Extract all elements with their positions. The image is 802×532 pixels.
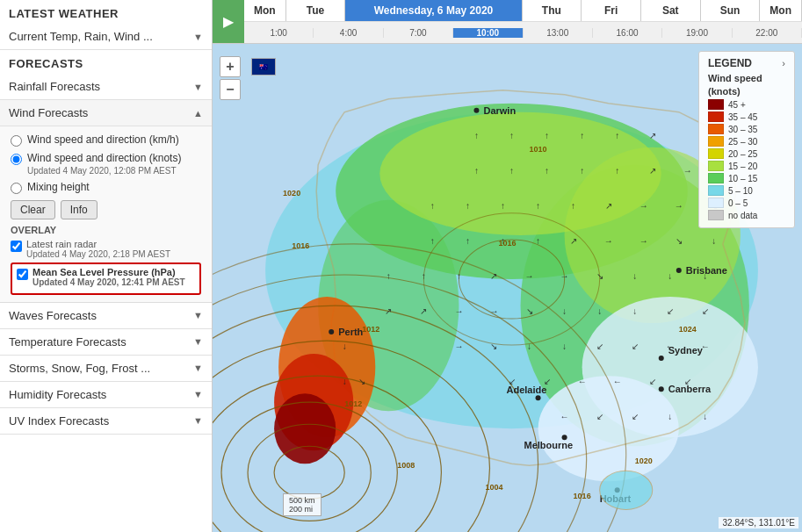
- svg-text:1020: 1020: [283, 189, 300, 198]
- svg-text:↑: ↑: [580, 166, 584, 176]
- legend-row: 20 – 25: [708, 148, 785, 159]
- wind-option-knots[interactable]: Wind speed and direction (knots) Updated…: [11, 152, 201, 177]
- zoom-in-button[interactable]: +: [220, 56, 241, 77]
- legend-entry-label: 45 +: [728, 100, 746, 110]
- svg-text:↑: ↑: [509, 131, 514, 140]
- svg-text:Brisbane: Brisbane: [686, 265, 727, 276]
- svg-text:↓: ↓: [632, 271, 637, 281]
- svg-text:↙: ↙: [596, 412, 603, 421]
- map-area[interactable]: ↑ ↑ ↑ ↑ ↑ ↗ ↑ ↑ ↑ ↑ ↑ ↗ → ↑ ↑ ↑ ↑ ↑ ↗: [213, 44, 802, 532]
- hour-13[interactable]: 13:00: [524, 28, 593, 38]
- svg-text:1016: 1016: [498, 239, 516, 248]
- svg-text:↑: ↑: [430, 236, 435, 246]
- wind-option-mixing[interactable]: Mixing height: [11, 181, 201, 195]
- day-sun[interactable]: Sun: [701, 0, 761, 21]
- svg-point-8: [538, 376, 679, 481]
- svg-text:↓: ↓: [562, 341, 567, 351]
- svg-text:↙: ↙: [632, 412, 639, 421]
- svg-text:↙: ↙: [649, 377, 656, 386]
- wind-mixing-radio[interactable]: [11, 183, 22, 194]
- legend-panel: LEGEND › Wind speed (knots) 45 +35 – 453…: [698, 51, 795, 228]
- day-fri[interactable]: Fri: [582, 0, 641, 21]
- latest-weather-title: LATEST WEATHER: [0, 0, 212, 24]
- svg-text:←: ←: [560, 412, 569, 421]
- waves-chevron: ▼: [193, 310, 203, 320]
- legend-entry-label: 25 – 30: [728, 137, 757, 147]
- mslp-checkbox[interactable]: [17, 269, 28, 280]
- current-temp-item[interactable]: Current Temp, Rain, Wind ... ▼: [0, 24, 212, 50]
- hour-1[interactable]: 1:00: [244, 28, 314, 38]
- wind-chevron: ▲: [193, 108, 203, 119]
- wind-kmh-radio[interactable]: [11, 135, 22, 147]
- legend-wind-title: Wind speed: [708, 73, 785, 83]
- sidebar-item-humidity[interactable]: Humidity Forecasts ▼: [0, 382, 212, 408]
- hour-10[interactable]: 10:00: [453, 28, 523, 38]
- forecasts-title: FORECASTS: [0, 50, 212, 74]
- hour-4[interactable]: 4:00: [314, 28, 383, 38]
- sidebar-item-rainfall[interactable]: Rainfall Forecasts ▼: [0, 74, 212, 100]
- svg-text:↘: ↘: [526, 306, 533, 316]
- play-button[interactable]: ▶: [213, 0, 244, 43]
- storms-chevron: ▼: [193, 363, 203, 373]
- day-thu[interactable]: Thu: [523, 0, 582, 21]
- svg-text:Darwin: Darwin: [483, 105, 516, 116]
- legend-row: 25 – 30: [708, 136, 785, 147]
- legend-swatch: [708, 124, 724, 134]
- svg-text:↓: ↓: [343, 341, 347, 351]
- sidebar-item-temperature[interactable]: Temperature Forecasts ▼: [0, 329, 212, 356]
- australia-flag[interactable]: 🇦🇺: [251, 58, 276, 75]
- legend-row: 10 – 15: [708, 173, 785, 183]
- svg-text:Sydney: Sydney: [668, 345, 704, 356]
- svg-text:Canberra: Canberra: [668, 384, 712, 394]
- zoom-out-button[interactable]: −: [220, 79, 241, 100]
- day-mon-prev[interactable]: Mon: [244, 0, 286, 21]
- day-tue[interactable]: Tue: [286, 0, 346, 21]
- map-controls: 🇦🇺 + −: [220, 51, 241, 100]
- sidebar-item-waves[interactable]: Waves Forecasts ▼: [0, 303, 212, 329]
- waves-label: Waves Forecasts: [9, 309, 97, 322]
- coordinates-display: 32.84°S, 131.01°E: [719, 517, 798, 528]
- legend-title-row: LEGEND ›: [708, 57, 785, 69]
- wind-knots-label: Wind speed and direction (knots) Updated…: [27, 152, 181, 177]
- mslp-label: Mean Sea Level Pressure (hPa): [33, 267, 176, 277]
- svg-text:→: →: [454, 306, 463, 316]
- hour-16[interactable]: 16:00: [593, 28, 662, 38]
- clear-button[interactable]: Clear: [11, 200, 55, 219]
- svg-text:1008: 1008: [397, 461, 415, 470]
- day-mon-next[interactable]: Mon: [760, 0, 802, 21]
- sidebar-item-wind[interactable]: Wind Forecasts ▲: [0, 100, 212, 126]
- day-today[interactable]: Wednesday, 6 May 2020: [345, 0, 522, 21]
- svg-text:↑: ↑: [536, 236, 540, 246]
- storms-label: Storms, Snow, Fog, Frost ...: [9, 362, 150, 375]
- sidebar: LATEST WEATHER Current Temp, Rain, Wind …: [0, 0, 213, 532]
- svg-text:↘: ↘: [358, 377, 365, 386]
- timeline-top-row: Mon Tue Wednesday, 6 May 2020 Thu Fri Sa…: [244, 0, 802, 22]
- sidebar-item-uv[interactable]: UV Index Forecasts ▼: [0, 408, 212, 435]
- wind-knots-radio[interactable]: [11, 154, 22, 165]
- svg-text:Melbourne: Melbourne: [524, 440, 574, 450]
- mslp-box[interactable]: Mean Sea Level Pressure (hPa) Updated 4 …: [11, 262, 201, 295]
- svg-text:↓: ↓: [527, 341, 531, 351]
- legend-arrow[interactable]: ›: [782, 58, 785, 68]
- info-button[interactable]: Info: [61, 200, 98, 219]
- hour-22[interactable]: 22:00: [733, 28, 802, 38]
- latest-rain-row[interactable]: Latest rain radar Updated 4 May 2020, 2:…: [11, 239, 201, 259]
- play-icon: ▶: [223, 13, 234, 30]
- hour-19[interactable]: 19:00: [662, 28, 732, 38]
- svg-text:↘: ↘: [676, 236, 683, 246]
- timeline: ▶ Mon Tue Wednesday, 6 May 2020 Thu Fri …: [213, 0, 802, 44]
- legend-entry-label: 15 – 20: [728, 162, 757, 171]
- sidebar-item-storms[interactable]: Storms, Snow, Fog, Frost ... ▼: [0, 356, 212, 382]
- wind-option-kmh[interactable]: Wind speed and direction (km/h): [11, 133, 201, 147]
- legend-swatch: [708, 148, 724, 159]
- hour-7[interactable]: 7:00: [384, 28, 453, 38]
- svg-point-110: [536, 395, 541, 400]
- mslp-updated: Updated 4 May 2020, 12:41 PM AEST: [33, 277, 185, 287]
- svg-point-122: [600, 471, 653, 509]
- legend-row: 15 – 20: [708, 161, 785, 171]
- wind-btn-row: Clear Info: [11, 200, 201, 219]
- legend-swatch: [708, 161, 724, 171]
- svg-text:↑: ↑: [466, 236, 470, 246]
- latest-rain-checkbox[interactable]: [11, 241, 22, 252]
- day-sat[interactable]: Sat: [641, 0, 701, 21]
